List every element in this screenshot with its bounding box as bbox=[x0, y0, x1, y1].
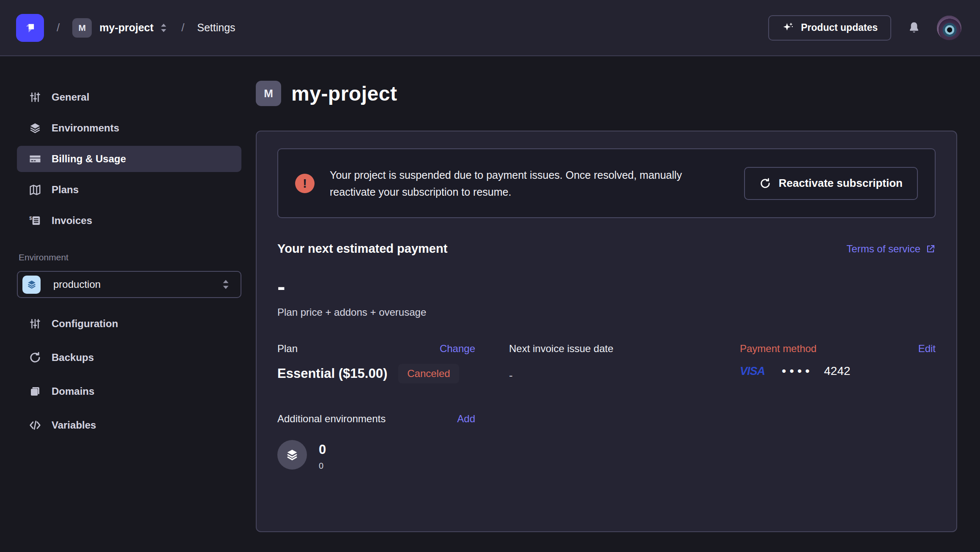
plan-status-badge: Canceled bbox=[398, 364, 459, 383]
sidebar-item-label: Variables bbox=[52, 419, 96, 431]
svg-text:$: $ bbox=[29, 216, 32, 221]
environment-layers-icon bbox=[22, 276, 41, 294]
sidebar-item-label: Environments bbox=[52, 122, 119, 134]
sidebar-item-general[interactable]: General bbox=[17, 84, 241, 110]
visa-logo: VISA bbox=[740, 365, 765, 378]
next-payment-heading: Your next estimated payment bbox=[277, 242, 447, 256]
payment-method-column: Payment method Edit VISA •••• 4242 bbox=[740, 343, 936, 383]
project-name: my-project bbox=[99, 22, 153, 34]
breadcrumb-project[interactable]: M my-project bbox=[72, 18, 169, 38]
plan-column: Plan Change Essential ($15.00) Canceled bbox=[277, 343, 509, 383]
credit-card-icon bbox=[29, 153, 41, 165]
stack-icon bbox=[29, 385, 41, 398]
breadcrumb-separator: / bbox=[181, 21, 184, 34]
page-title: my-project bbox=[291, 82, 397, 105]
environment-select[interactable]: production bbox=[17, 271, 241, 298]
sidebar-item-variables[interactable]: Variables bbox=[17, 412, 241, 438]
additional-environments-label: Additional environments bbox=[277, 413, 386, 425]
code-icon bbox=[29, 419, 41, 432]
terms-of-service-link[interactable]: Terms of service bbox=[846, 243, 936, 255]
refresh-icon bbox=[759, 178, 771, 189]
plan-value: Essential ($15.00) bbox=[277, 366, 387, 381]
environments-count-circle bbox=[277, 440, 307, 470]
main-content: M my-project ! Your project is suspended… bbox=[250, 56, 980, 551]
billing-card: ! Your project is suspended due to payme… bbox=[256, 131, 957, 532]
reactivate-subscription-button[interactable]: Reactivate subscription bbox=[744, 167, 918, 200]
chevron-updown-icon bbox=[220, 278, 231, 291]
terms-of-service-label: Terms of service bbox=[846, 243, 920, 255]
sidebar-item-label: Billing & Usage bbox=[52, 153, 126, 165]
sidebar-item-invoices[interactable]: $ Invoices bbox=[17, 208, 241, 234]
payment-amount: - bbox=[277, 280, 936, 293]
sidebar-item-environments[interactable]: Environments bbox=[17, 115, 241, 141]
payment-formula: Plan price + addons + overusage bbox=[277, 306, 936, 318]
next-invoice-column: Next invoice issue date - bbox=[509, 343, 740, 383]
layers-icon bbox=[285, 448, 299, 462]
sidebar-item-plans[interactable]: Plans bbox=[17, 177, 241, 203]
sidebar-item-domains[interactable]: Domains bbox=[17, 378, 241, 404]
sidebar: General Environments Billing & Usage bbox=[0, 56, 250, 551]
alert-message: Your project is suspended due to payment… bbox=[330, 167, 710, 200]
environment-select-value: production bbox=[53, 279, 101, 290]
project-avatar-chip: M bbox=[256, 81, 281, 106]
external-link-icon bbox=[925, 244, 936, 254]
map-icon bbox=[29, 183, 41, 196]
app-logo[interactable] bbox=[16, 14, 44, 42]
payment-method-label: Payment method bbox=[740, 343, 816, 355]
sidebar-item-configuration[interactable]: Configuration bbox=[17, 311, 241, 337]
additional-environments-section: Additional environments Add 0 0 bbox=[277, 413, 936, 471]
sliders-icon bbox=[29, 91, 41, 104]
suspension-alert: ! Your project is suspended due to payme… bbox=[277, 148, 936, 218]
sidebar-item-label: Backups bbox=[52, 352, 94, 363]
sidebar-item-label: General bbox=[52, 91, 89, 103]
next-invoice-label: Next invoice issue date bbox=[509, 343, 613, 355]
environments-count-sub: 0 bbox=[319, 461, 326, 471]
breadcrumb-settings: Settings bbox=[197, 22, 235, 34]
user-avatar[interactable] bbox=[937, 16, 961, 40]
next-invoice-value: - bbox=[509, 369, 740, 382]
sliders-icon bbox=[29, 317, 41, 330]
card-digits-dots: •••• bbox=[782, 364, 813, 378]
sidebar-item-label: Domains bbox=[52, 385, 94, 397]
sidebar-item-label: Configuration bbox=[52, 318, 118, 330]
refresh-icon bbox=[29, 351, 41, 364]
strapi-logo-icon bbox=[22, 19, 38, 36]
chevron-updown-icon bbox=[159, 22, 169, 34]
alert-icon: ! bbox=[295, 174, 315, 193]
receipt-icon: $ bbox=[29, 214, 41, 227]
project-chip: M bbox=[72, 18, 92, 38]
environments-count: 0 bbox=[319, 443, 326, 457]
edit-payment-link[interactable]: Edit bbox=[918, 343, 936, 355]
notifications-bell-icon[interactable] bbox=[907, 21, 921, 35]
sidebar-item-billing-usage[interactable]: Billing & Usage bbox=[17, 146, 241, 172]
sparkles-icon bbox=[782, 22, 794, 34]
sidebar-item-label: Invoices bbox=[52, 215, 92, 227]
breadcrumb-separator: / bbox=[57, 21, 60, 34]
reactivate-label: Reactivate subscription bbox=[779, 177, 903, 190]
change-plan-link[interactable]: Change bbox=[440, 343, 475, 355]
layers-icon bbox=[29, 122, 41, 134]
product-updates-label: Product updates bbox=[801, 22, 878, 33]
sidebar-item-label: Plans bbox=[52, 184, 79, 196]
environment-section-label: Environment bbox=[19, 252, 241, 262]
top-header: / M my-project / Settings Product update… bbox=[0, 0, 980, 56]
add-environment-link[interactable]: Add bbox=[457, 413, 475, 425]
plan-label: Plan bbox=[277, 343, 298, 355]
product-updates-button[interactable]: Product updates bbox=[768, 15, 891, 41]
sidebar-item-backups[interactable]: Backups bbox=[17, 344, 241, 371]
card-last4: 4242 bbox=[824, 364, 850, 378]
